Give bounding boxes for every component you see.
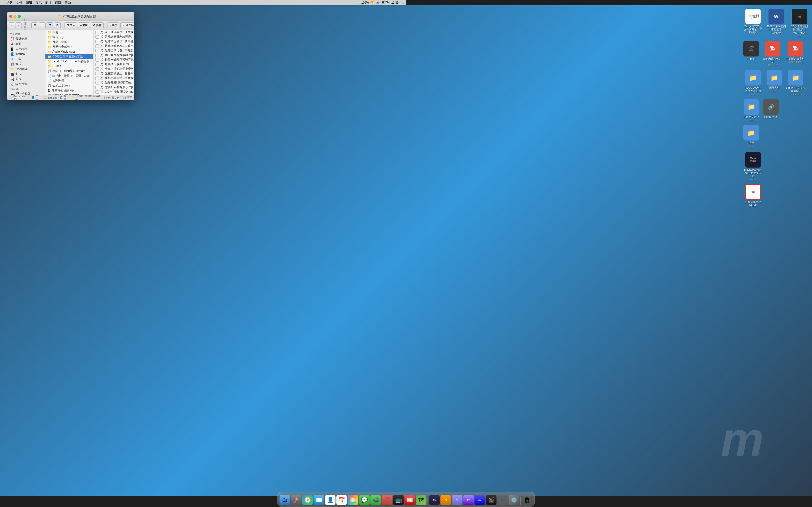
menu-finder[interactable]: 访达 — [6, 0, 13, 5]
breadcrumb-item[interactable]: 📁 CG烟尘后期资源站音效 — [71, 94, 102, 100]
file-icon: 📄 — [47, 74, 51, 78]
checkbox[interactable] — [95, 40, 99, 43]
folder-crumb-icon: 📁 — [71, 96, 75, 99]
sidebar-item-recents[interactable]: ⏰ 最近使用 — [7, 37, 45, 42]
list-item[interactable]: 🎵 做爱呻吟啪啪啪音效.mp3 — [94, 80, 134, 85]
mp3-icon: 🎵 — [100, 90, 104, 94]
sidebar-item-onedrive[interactable]: 📁 OneDrive — [7, 67, 45, 71]
checkbox[interactable] — [95, 54, 99, 57]
sidebar: 个人收藏 ⏰ 最近使用 🖥 桌面 📱 应用程序 👤 lanfucai — [7, 30, 45, 95]
list-item[interactable]: 🎵 走上通道喜欢...动音效.mp3 — [94, 30, 134, 35]
arrow-icon: › — [91, 50, 91, 53]
sidebar-item-downloads[interactable]: ⬇ 下载 — [7, 56, 45, 62]
list-item-selected[interactable]: 📁 CG烟尘后期资源站音效 › — [45, 54, 93, 59]
list-item[interactable]: 📁 网易云音乐VIP › — [45, 44, 93, 49]
list-item[interactable]: 📁 Final Cut Pro...Effects的智享 › — [45, 59, 93, 64]
list-item[interactable]: 📁 伴奏 › — [45, 30, 93, 35]
menu-go[interactable]: 前往 — [45, 0, 51, 5]
menu-edit[interactable]: 编辑 — [26, 0, 32, 5]
list-item[interactable]: 🎵 足球运动比赛...口哨声.mp3 — [94, 44, 134, 48]
list-item[interactable]: 📄 陈慧琳 - 希望（中国语）.open — [45, 73, 93, 78]
close-button[interactable] — [9, 15, 12, 18]
breadcrumb-item[interactable]: 🏠 lanfucai — [43, 96, 57, 99]
onedrive-icon: 📁 — [10, 67, 14, 71]
battery-percent: 100% — [361, 1, 369, 4]
list-item[interactable]: 🎵 a攻击-打击-重-004.mp3 — [94, 90, 134, 94]
list-item[interactable]: 🎵 坐在木质的椅子上音效.mp3 — [94, 67, 134, 71]
action-button[interactable]: ⚙ 操作 — [91, 22, 104, 28]
checkbox[interactable] — [95, 90, 99, 94]
checkbox[interactable] — [95, 67, 99, 71]
display-button[interactable]: ⊞ 显示 — [64, 22, 77, 28]
list-item[interactable]: 🎵 半阳《一曲相思》.stream — [45, 68, 93, 73]
list-item[interactable]: 🎵 嘴巴吹气音效素材.mp3 — [94, 53, 134, 57]
view-icon-grid[interactable]: ⊞ — [32, 22, 38, 28]
checkbox[interactable] — [95, 58, 99, 62]
list-item[interactable]: 🎵 坐在皮沙发上...音音效.mp3 — [94, 71, 134, 76]
list-item[interactable]: 🎵 足球比赛胜利欢呼声.mp3 — [94, 35, 134, 39]
checkbox[interactable] — [95, 35, 99, 39]
list-item[interactable]: 📁 Audio Music Apps › — [45, 49, 93, 54]
list-item[interactable]: 🎵 最美情侣歌曲.mp3 — [94, 62, 134, 67]
sidebar-item-pictures[interactable]: 🖼 图片 — [7, 76, 45, 81]
home-crumb-icon: 🏠 — [43, 96, 47, 99]
arrow-icon: › — [91, 65, 91, 68]
breadcrumb-sep: › — [57, 96, 58, 99]
list-item[interactable]: 🎵 最后一战气氛紧张音效.mp3 — [94, 57, 134, 62]
sidebar-item-desktop[interactable]: 🖥 桌面 — [7, 42, 45, 47]
fullscreen-button[interactable] — [18, 15, 21, 18]
folder-icon: 📁 — [47, 60, 51, 63]
nav-buttons: ‹ › — [9, 22, 21, 28]
column-1: 📁 伴奏 › 📁 抖音音乐 › 📁 网易云音乐 › — [45, 30, 94, 95]
view-icon-list[interactable]: ☰ — [39, 22, 46, 28]
list-item[interactable]: 📁 抖音音乐 › — [45, 35, 93, 40]
view-icon-column[interactable]: ⊟ — [47, 22, 53, 28]
battery-icon: 🔋 — [356, 1, 359, 4]
share-button[interactable]: ↑ 共享 — [108, 22, 119, 28]
add-tag-button[interactable]: 🏷 添加标签 — [120, 22, 134, 28]
breadcrumb-item[interactable]: 🎵 音乐 — [59, 94, 68, 100]
list-item[interactable]: 📄 心理理得 — [45, 78, 93, 83]
checkbox[interactable] — [95, 63, 99, 66]
mp3-icon: 🎵 — [100, 31, 104, 34]
breadcrumb-item[interactable]: 💿 Macintosh HD — [9, 95, 29, 100]
checkbox[interactable] — [95, 44, 99, 48]
breadcrumb-item[interactable]: 👤 用户 — [32, 94, 40, 100]
checkbox[interactable] — [95, 76, 99, 80]
list-item[interactable]: 🎵 足球运动比赛...声此起.mp3 — [94, 48, 134, 53]
sidebar-item-apps[interactable]: 📱 应用程序 — [7, 47, 45, 52]
breadcrumb: 💿 Macintosh HD › 👤 用户 › 🏠 lanfucai › 🎵 音… — [9, 94, 102, 100]
menu-window[interactable]: 窗口 — [55, 0, 61, 5]
sidebar-item-airdrop[interactable]: 📡 隔空投送 — [7, 81, 45, 87]
item-count: 3,884 项，54.7 GB 可用 — [104, 96, 133, 100]
list-item[interactable]: 🎵 心如止水.wav — [45, 83, 93, 88]
checkbox[interactable] — [95, 72, 99, 75]
list-item[interactable]: 📁 iTunes › — [45, 64, 93, 68]
music-icon: 🎵 — [10, 62, 14, 66]
list-item[interactable]: 🗜 熊猫办公音效.zip — [45, 88, 93, 93]
list-item[interactable]: 🎵 微转折乐的背景乐.mp3 — [94, 85, 134, 90]
folder-icon: 📁 — [58, 14, 62, 18]
menu-view[interactable]: 显示 — [36, 0, 42, 5]
list-item[interactable]: 📁 网易云音乐 › — [45, 40, 93, 44]
menu-file[interactable]: 文件 — [16, 0, 22, 5]
folder-icon: 📁 — [47, 31, 51, 34]
search-icon[interactable]: 🔍 — [400, 1, 404, 4]
menu-help[interactable]: 帮助 — [64, 0, 71, 5]
minimize-button[interactable] — [13, 15, 16, 18]
sidebar-item-movies[interactable]: 🎬 影片 — [7, 71, 45, 76]
sidebar-item-user[interactable]: 👤 lanfucai — [7, 52, 45, 56]
checkbox[interactable] — [95, 81, 99, 84]
view-icon-gallery[interactable]: ⊡ — [54, 22, 61, 28]
checkbox[interactable] — [95, 86, 99, 89]
checkbox[interactable] — [95, 31, 99, 34]
list-item[interactable]: 🎵 足球场运动员...的声音.mp3 — [94, 39, 134, 44]
back-button[interactable]: ‹ — [9, 22, 15, 28]
forward-button[interactable]: › — [15, 22, 21, 28]
checkbox[interactable] — [95, 49, 99, 52]
group-button[interactable]: ≡ 群组 — [78, 22, 90, 28]
sidebar-item-music[interactable]: 🎵 音乐 — [7, 62, 45, 67]
menubar-right: 🔋 100% 📶 🔊 三 下午11:39 🔍 — [356, 1, 404, 5]
apple-menu[interactable]:  — [2, 1, 3, 5]
list-item[interactable]: 🎵 座机办公电话...铃音效.mp3 — [94, 76, 134, 80]
